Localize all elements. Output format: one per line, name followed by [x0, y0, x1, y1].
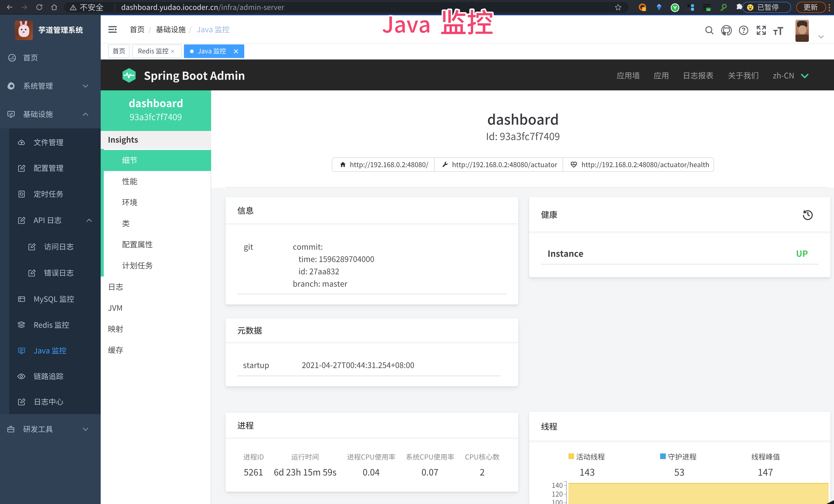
svg-text:1: 1 [643, 7, 645, 11]
svg-text:on: on [707, 8, 710, 11]
